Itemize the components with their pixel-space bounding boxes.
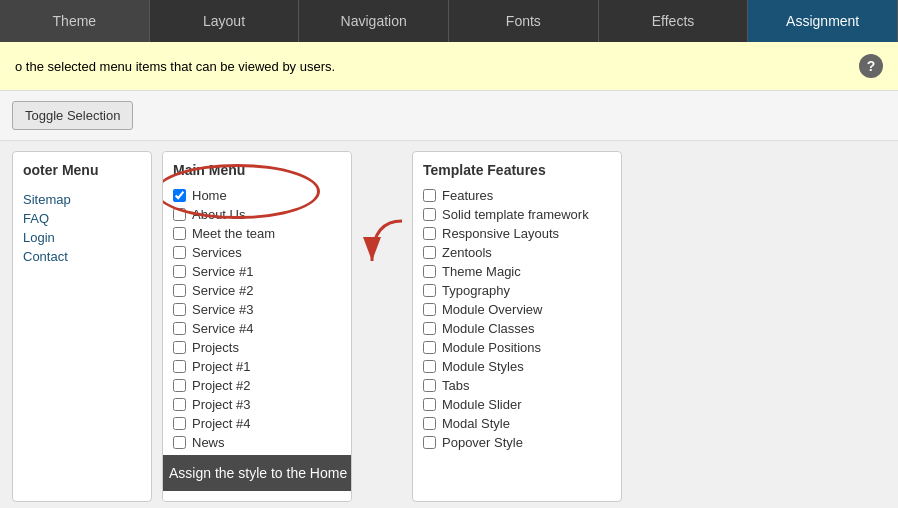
main-menu-item-label: Service #2 (192, 283, 253, 298)
template-feature-item: Zentools (423, 243, 611, 262)
template-feature-label: Popover Style (442, 435, 523, 450)
footer-menu-item[interactable]: Login (23, 228, 141, 247)
template-feature-item: Module Positions (423, 338, 611, 357)
main-menu-item: News (173, 433, 341, 452)
main-menu-item: Service #1 (173, 262, 341, 281)
main-menu-item: Project #1 (173, 357, 341, 376)
main-menu-item: Service #3 (173, 300, 341, 319)
main-menu-item: Projects (173, 338, 341, 357)
template-feature-checkbox[interactable] (423, 436, 436, 449)
template-feature-checkbox[interactable] (423, 398, 436, 411)
main-menu-item: Home (173, 186, 341, 205)
template-feature-label: Solid template framework (442, 207, 589, 222)
main-menu-checkbox[interactable] (173, 246, 186, 259)
template-feature-item: Responsive Layouts (423, 224, 611, 243)
main-menu-item-label: Project #4 (192, 416, 251, 431)
main-menu-item-label: Project #2 (192, 378, 251, 393)
template-features-panel: Template Features FeaturesSolid template… (412, 151, 622, 502)
main-menu-checkbox[interactable] (173, 322, 186, 335)
template-feature-item: Modal Style (423, 414, 611, 433)
main-menu-checkbox[interactable] (173, 341, 186, 354)
main-menu-item: Meet the team (173, 224, 341, 243)
arrow-icon (362, 211, 402, 271)
main-menu-items: HomeAbout UsMeet the teamServicesService… (173, 186, 341, 452)
info-bar: o the selected menu items that can be vi… (0, 42, 898, 91)
tab-theme[interactable]: Theme (0, 0, 150, 42)
footer-menu-item[interactable]: Contact (23, 247, 141, 266)
help-icon[interactable]: ? (859, 54, 883, 78)
main-menu-item-label: Service #3 (192, 302, 253, 317)
template-features-items: FeaturesSolid template frameworkResponsi… (423, 186, 611, 452)
template-feature-checkbox[interactable] (423, 284, 436, 297)
template-feature-checkbox[interactable] (423, 303, 436, 316)
main-menu-item: Project #3 (173, 395, 341, 414)
tooltip-box: Assign the style to the Home menu item o… (162, 455, 352, 491)
main-menu-checkbox[interactable] (173, 227, 186, 240)
template-feature-checkbox[interactable] (423, 246, 436, 259)
main-menu-item-label: Services (192, 245, 242, 260)
main-menu-item: Service #2 (173, 281, 341, 300)
template-feature-item: Solid template framework (423, 205, 611, 224)
footer-menu-item[interactable]: FAQ (23, 209, 141, 228)
main-menu-item-label: News (192, 435, 225, 450)
main-menu-item: About Us (173, 205, 341, 224)
main-menu-item-label: Project #1 (192, 359, 251, 374)
template-feature-item: Typography (423, 281, 611, 300)
main-menu-title: Main Menu (173, 162, 341, 178)
main-menu-item-label: Project #3 (192, 397, 251, 412)
main-menu-checkbox[interactable] (173, 417, 186, 430)
template-feature-item: Module Styles (423, 357, 611, 376)
main-menu-item-label: Home (192, 188, 227, 203)
template-feature-checkbox[interactable] (423, 417, 436, 430)
template-feature-checkbox[interactable] (423, 379, 436, 392)
template-feature-label: Theme Magic (442, 264, 521, 279)
toggle-selection-button[interactable]: Toggle Selection (12, 101, 133, 130)
main-menu-item: Service #4 (173, 319, 341, 338)
main-menu-item-label: Service #4 (192, 321, 253, 336)
main-menu-item-label: Projects (192, 340, 239, 355)
template-feature-checkbox[interactable] (423, 227, 436, 240)
main-menu-checkbox[interactable] (173, 189, 186, 202)
footer-menu-title: ooter Menu (23, 162, 141, 178)
tab-effects[interactable]: Effects (599, 0, 749, 42)
template-feature-label: Module Positions (442, 340, 541, 355)
main-menu-checkbox[interactable] (173, 360, 186, 373)
main-menu-checkbox[interactable] (173, 398, 186, 411)
main-menu-item: Project #4 (173, 414, 341, 433)
main-menu-checkbox[interactable] (173, 379, 186, 392)
template-feature-label: Typography (442, 283, 510, 298)
tab-bar: Theme Layout Navigation Fonts Effects As… (0, 0, 898, 42)
template-feature-checkbox[interactable] (423, 208, 436, 221)
info-text: o the selected menu items that can be vi… (15, 59, 335, 74)
template-feature-item: Features (423, 186, 611, 205)
tab-navigation[interactable]: Navigation (299, 0, 449, 42)
template-feature-item: Theme Magic (423, 262, 611, 281)
tab-assignment[interactable]: Assignment (748, 0, 898, 42)
template-feature-checkbox[interactable] (423, 189, 436, 202)
template-feature-label: Module Classes (442, 321, 535, 336)
template-features-title: Template Features (423, 162, 611, 178)
main-menu-checkbox[interactable] (173, 303, 186, 316)
main-menu-checkbox[interactable] (173, 265, 186, 278)
template-feature-label: Module Slider (442, 397, 522, 412)
template-feature-label: Features (442, 188, 493, 203)
main-menu-checkbox[interactable] (173, 208, 186, 221)
main-menu-item-label: About Us (192, 207, 245, 222)
main-menu-item-label: Meet the team (192, 226, 275, 241)
content-area: ooter Menu SitemapFAQLoginContact Main M… (0, 141, 898, 508)
main-menu-checkbox[interactable] (173, 284, 186, 297)
main-menu-item-label: Service #1 (192, 264, 253, 279)
toolbar: Toggle Selection (0, 91, 898, 141)
tab-fonts[interactable]: Fonts (449, 0, 599, 42)
template-feature-checkbox[interactable] (423, 265, 436, 278)
template-feature-checkbox[interactable] (423, 360, 436, 373)
template-feature-checkbox[interactable] (423, 341, 436, 354)
footer-menu-item[interactable]: Sitemap (23, 190, 141, 209)
template-feature-label: Responsive Layouts (442, 226, 559, 241)
template-feature-label: Module Overview (442, 302, 542, 317)
tab-layout[interactable]: Layout (150, 0, 300, 42)
template-feature-item: Module Classes (423, 319, 611, 338)
template-feature-checkbox[interactable] (423, 322, 436, 335)
template-feature-label: Zentools (442, 245, 492, 260)
main-menu-checkbox[interactable] (173, 436, 186, 449)
